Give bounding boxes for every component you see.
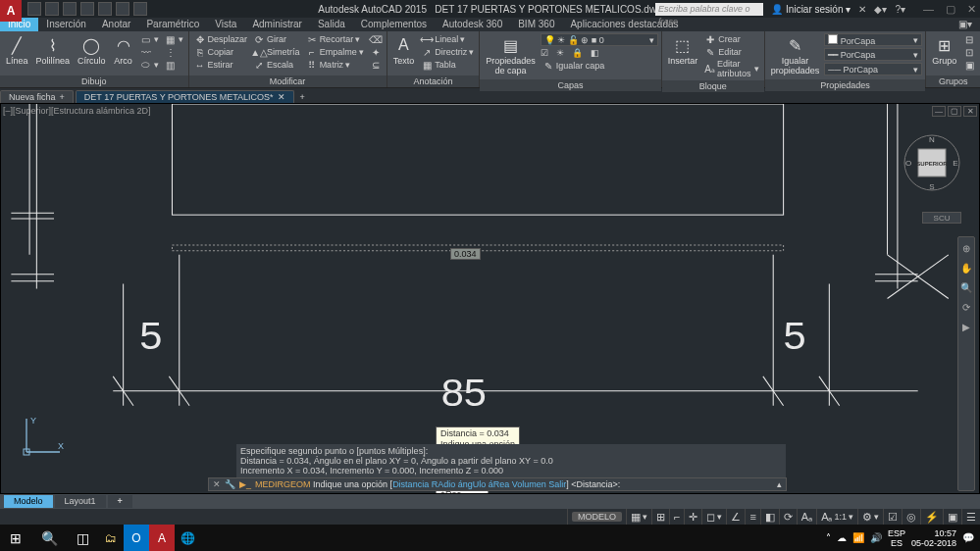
stay-connected-icon[interactable]: ◆▾ xyxy=(874,4,887,15)
panel-title-modificar[interactable]: Modificar xyxy=(189,75,387,87)
tab-administrar[interactable]: Administrar xyxy=(244,18,310,31)
qat-open-icon[interactable] xyxy=(45,2,59,16)
exchange-icon[interactable]: ✕ xyxy=(858,4,866,15)
linear-dim-button[interactable]: ⟷Lineal ▾ xyxy=(419,33,476,45)
scale-button[interactable]: ⤢Escala xyxy=(251,59,302,71)
orbit-icon[interactable]: ⟳ xyxy=(959,300,973,314)
group-button[interactable]: ⊞Grupo xyxy=(929,33,959,68)
panel-title-capas[interactable]: Capas xyxy=(480,79,661,91)
table-button[interactable]: ▦Tabla xyxy=(419,59,476,71)
hatch-icon[interactable]: ▦▾ xyxy=(163,33,185,45)
scale-display[interactable]: Aₐ1:1▾ xyxy=(816,509,857,525)
line-button[interactable]: ╱Línea xyxy=(3,33,31,68)
isolate-icon[interactable]: ◎ xyxy=(902,509,920,525)
edit-attr-button[interactable]: AₐEditar atributos ▾ xyxy=(702,59,761,78)
layerlock-icon[interactable]: 🔒 xyxy=(572,48,583,58)
customize-status-icon[interactable]: ☰ xyxy=(961,509,980,525)
tray-clock[interactable]: 10:5705-02-2018 xyxy=(911,528,956,548)
viewcube[interactable]: SUPERIOR N S E O xyxy=(903,133,961,192)
tray-volume-icon[interactable]: 🔊 xyxy=(870,532,882,543)
qat-redo-icon[interactable] xyxy=(133,2,147,16)
tab-anotar[interactable]: Anotar xyxy=(94,18,138,31)
qat-print-icon[interactable] xyxy=(98,2,112,16)
tab-add-icon[interactable]: + xyxy=(60,92,65,102)
layercolor-icon[interactable]: ◧ xyxy=(591,48,599,58)
group-bbox-icon[interactable]: ▣ xyxy=(961,59,977,71)
create-block-button[interactable]: ✚Crear xyxy=(702,33,761,45)
search-button[interactable]: 🔍 xyxy=(31,525,67,551)
panel-title-dibujo[interactable]: Dibujo xyxy=(0,75,188,87)
tab-bim360[interactable]: BIM 360 xyxy=(510,18,562,31)
model-tab[interactable]: Modelo xyxy=(4,495,53,508)
tab-a360[interactable]: Autodesk 360 xyxy=(435,18,510,31)
text-button[interactable]: ATexto xyxy=(390,33,418,68)
snap-toggle-icon[interactable]: ⊞ xyxy=(651,509,669,525)
otrack-toggle-icon[interactable]: ∠ xyxy=(726,509,745,525)
cmdline-config-icon[interactable]: 🔧 xyxy=(225,479,235,489)
app-explorer-icon[interactable]: 🗂 xyxy=(98,525,124,551)
erase-icon[interactable]: ⌫ xyxy=(368,33,384,45)
copy-button[interactable]: ⎘Copiar xyxy=(192,46,250,58)
explode-icon[interactable]: ✦ xyxy=(368,46,384,58)
polyline-button[interactable]: ⌇Polilínea xyxy=(33,33,74,68)
ortho-toggle-icon[interactable]: ⌐ xyxy=(669,509,684,525)
lw-toggle-icon[interactable]: ≡ xyxy=(745,509,759,525)
cmdline-history-icon[interactable]: ▴ xyxy=(773,479,786,489)
offset-icon[interactable]: ⊆ xyxy=(368,59,384,71)
start-button[interactable]: ⊞ xyxy=(0,525,31,551)
tab-dropdown-icon[interactable]: ▣▾ xyxy=(951,18,980,31)
cmdline-close-icon[interactable]: ✕ xyxy=(213,479,221,489)
tray-network-icon[interactable]: 📶 xyxy=(852,532,864,543)
tab-current-drawing[interactable]: DET 17 PUERTAS Y PORTONES METALICOS*✕ xyxy=(76,90,294,103)
insert-block-button[interactable]: ⬚Insertar xyxy=(665,33,701,68)
task-view-button[interactable]: ◫ xyxy=(67,525,98,551)
rect-icon[interactable]: ▭▾ xyxy=(138,33,161,45)
tray-notifications-icon[interactable]: 💬 xyxy=(962,532,974,543)
point-icon[interactable]: ⋮ xyxy=(163,46,185,58)
tab-salida[interactable]: Salida xyxy=(310,18,353,31)
cycle-icon[interactable]: ⟳ xyxy=(779,509,797,525)
help-search-input[interactable]: Escriba palabra clave o frase xyxy=(655,3,763,16)
steering-wheel-icon[interactable]: ⊕ xyxy=(959,241,973,255)
layer-combo[interactable]: 💡 ☀ 🔓 ⊕ ■ 0▾ xyxy=(541,33,658,46)
panel-title-anotacion[interactable]: Anotación xyxy=(387,75,480,87)
edit-block-button[interactable]: ✎Editar xyxy=(702,46,761,58)
app-outlook-icon[interactable]: O xyxy=(124,525,149,551)
grid-toggle-icon[interactable]: ▦▾ xyxy=(626,509,651,525)
transparency-icon[interactable]: ◧ xyxy=(760,509,779,525)
layertoggle-icon[interactable]: ☀ xyxy=(556,48,564,58)
tray-language[interactable]: ESPES xyxy=(888,528,905,548)
tab-plus-button[interactable]: + xyxy=(296,91,309,103)
layer-props-button[interactable]: ▤Propiedadesde capa xyxy=(483,33,539,77)
group-edit-icon[interactable]: ⊡ xyxy=(961,46,977,58)
help-icon[interactable]: ?▾ xyxy=(895,4,905,15)
panel-title-grupos[interactable]: Grupos xyxy=(926,75,980,87)
rotate-button[interactable]: ⟳Girar xyxy=(251,33,302,45)
stretch-button[interactable]: ↔Estirar xyxy=(192,59,250,71)
tab-new-drawing[interactable]: Nueva ficha+ xyxy=(0,90,74,103)
lineweight-combo[interactable]: ━━ PorCapa▾ xyxy=(824,48,922,61)
polar-toggle-icon[interactable]: ✛ xyxy=(684,509,701,525)
maximize-button[interactable]: ▢ xyxy=(946,3,955,16)
ellipse-icon[interactable]: ⬭▾ xyxy=(138,59,161,71)
tab-complementos[interactable]: Complementos xyxy=(353,18,435,31)
match-props-button[interactable]: ✎Igualarpropiedades xyxy=(768,33,823,77)
tab-close-icon[interactable]: ✕ xyxy=(278,92,285,102)
tray-onedrive-icon[interactable]: ☁ xyxy=(837,532,847,543)
qat-saveas-icon[interactable] xyxy=(80,2,94,16)
hwaccel-icon[interactable]: ⚡ xyxy=(920,509,943,525)
arc-button[interactable]: ◠Arco xyxy=(111,33,136,68)
tab-vista[interactable]: Vista xyxy=(207,18,244,31)
qat-new-icon[interactable] xyxy=(27,2,41,16)
ucs-label[interactable]: SCU xyxy=(922,212,961,224)
move-button[interactable]: ✥Desplazar xyxy=(192,33,250,45)
region-icon[interactable]: ▥ xyxy=(163,59,185,71)
array-button[interactable]: ⠿Matriz ▾ xyxy=(304,59,366,71)
add-layout-button[interactable]: + xyxy=(108,495,132,508)
leader-button[interactable]: ↗Directriz ▾ xyxy=(419,46,476,58)
color-combo[interactable]: PorCapa▾ xyxy=(824,33,922,46)
anno-scale-icon[interactable]: Aₐ xyxy=(797,509,816,525)
app-chrome-icon[interactable]: 🌐 xyxy=(175,525,200,551)
tab-parametrico[interactable]: Paramétrico xyxy=(138,18,207,31)
close-button[interactable]: ✕ xyxy=(967,3,976,16)
